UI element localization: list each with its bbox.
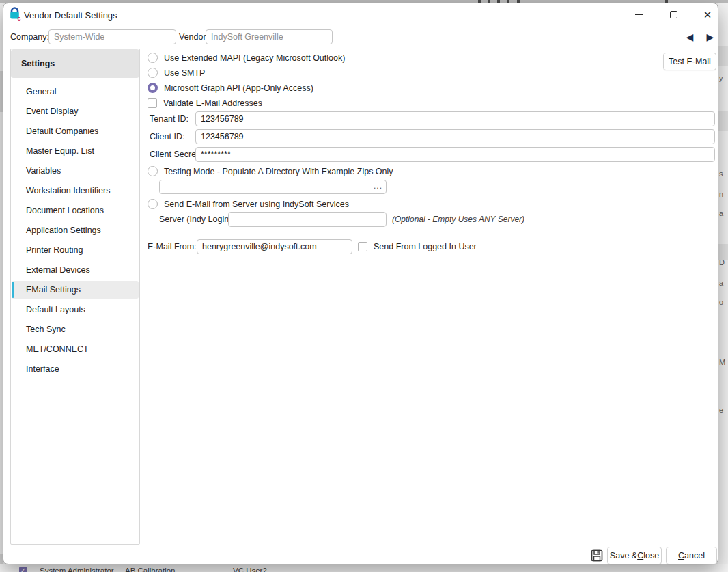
background-right-band — [718, 111, 728, 131]
sidebar-item-event-display[interactable]: Event Display — [12, 103, 139, 120]
background-text-fragment: y — [719, 74, 723, 82]
sidebar-item-label: EMail Settings — [26, 285, 81, 295]
cancel-mnemonic: C — [678, 551, 684, 560]
save-close-mnemonic: C — [637, 551, 643, 560]
server-indy-login-input[interactable] — [228, 212, 387, 227]
background-text-fragment: D — [719, 258, 725, 267]
background-text-fragment: o — [719, 298, 723, 306]
save-and-close-button[interactable]: Save & Close — [607, 547, 662, 564]
minimize-button[interactable] — [629, 5, 649, 24]
option-send-from-server[interactable]: Send E-Mail from Server using IndySoft S… — [148, 198, 349, 210]
sidebar-item-default-companies[interactable]: Default Companies — [12, 122, 139, 140]
close-button[interactable]: ✕ — [697, 5, 718, 24]
previous-record-button[interactable]: ◀ — [684, 31, 696, 43]
radio-checked-icon — [148, 83, 158, 93]
option-validate-email-addresses[interactable]: Validate E-Mail Addresses — [148, 97, 262, 109]
background-cell: AB Calibration — [125, 567, 176, 572]
option-microsoft-graph-api[interactable]: Microsoft Graph API (App-Only Access) — [148, 82, 313, 94]
maximize-button[interactable] — [663, 5, 684, 24]
sidebar-item-tech-sync[interactable]: Tech Sync — [12, 321, 139, 338]
option-smtp[interactable]: Use SMTP — [148, 67, 205, 79]
maximize-icon — [670, 11, 677, 18]
server-indy-login-label: Server (Indy Login): — [159, 212, 234, 227]
next-record-button[interactable]: ▶ — [704, 31, 716, 43]
arrow-left-icon: ◀ — [686, 31, 694, 42]
background-cell: System Administrator — [40, 567, 114, 572]
client-id-input[interactable] — [195, 129, 715, 144]
email-from-label: E-Mail From: — [148, 239, 197, 254]
client-id-label: Client ID: — [150, 129, 184, 144]
minimize-icon — [635, 14, 643, 15]
background-text-fragment: s — [719, 169, 723, 178]
sidebar-item-variables[interactable]: Variables — [12, 162, 139, 180]
save-disk-icon — [591, 549, 603, 562]
sidebar-item-external-devices[interactable]: External Devices — [12, 261, 139, 279]
sidebar-item-met-connect[interactable]: MET/CONNECT — [12, 340, 139, 358]
radio-icon — [148, 53, 158, 63]
background-text-fragment: a — [719, 279, 723, 287]
selected-accent-bar — [12, 282, 14, 298]
browse-ellipsis-button[interactable]: ... — [374, 181, 382, 191]
background-text-fragment: n — [719, 190, 723, 198]
background-checkbox-icon: ✓ — [19, 567, 27, 572]
radio-icon — [148, 199, 158, 209]
company-input[interactable] — [48, 29, 176, 44]
sidebar-item-document-locations[interactable]: Document Locations — [12, 202, 139, 219]
client-secret-label: Client Secret: — [150, 147, 201, 162]
background-text-fragment: M — [719, 358, 725, 366]
sidebar-header: Settings — [11, 49, 139, 78]
app-lock-icon: c — [9, 7, 23, 21]
checkbox-icon — [148, 98, 157, 108]
company-label: Company: — [10, 29, 49, 44]
background-right-strip: y s n a D a o M e — [718, 3, 728, 564]
save-close-text: Save & — [610, 551, 637, 560]
section-divider — [144, 234, 715, 234]
radio-icon — [148, 166, 158, 176]
svg-text:c: c — [18, 15, 21, 21]
sidebar-item-email-settings[interactable]: EMail Settings — [12, 281, 139, 299]
option-extended-mapi[interactable]: Use Extended MAPI (Legacy Microsoft Outl… — [148, 52, 345, 64]
background-cell: VC User2 — [233, 567, 267, 572]
cancel-button[interactable]: Cancel — [666, 547, 717, 564]
email-from-input[interactable] — [197, 239, 352, 254]
background-bottom-row: ✓ System Administrator AB Calibration VC… — [0, 564, 728, 572]
save-close-text: lose — [643, 551, 659, 560]
testing-directory-input[interactable] — [159, 180, 387, 194]
testing-directory-field-wrap: ... — [159, 180, 387, 194]
cancel-text: ancel — [684, 551, 705, 560]
test-email-button[interactable]: Test E-Mail — [663, 53, 716, 70]
vendor-label: Vendor — [179, 29, 206, 44]
tenant-id-label: Tenant ID: — [150, 111, 188, 126]
sidebar-item-application-settings[interactable]: Application Settings — [12, 221, 139, 239]
checkbox-icon — [358, 242, 367, 251]
vendor-default-settings-dialog: c Vendor Default Settings ✕ Company: Ven… — [3, 3, 718, 564]
vendor-input[interactable] — [206, 29, 333, 44]
tenant-id-input[interactable] — [195, 111, 715, 126]
client-secret-input[interactable] — [195, 147, 715, 162]
sidebar-item-general[interactable]: General — [12, 83, 139, 100]
sidebar-item-workstation-identifiers[interactable]: Workstation Identifiers — [12, 182, 139, 200]
sidebar-item-printer-routing[interactable]: Printer Routing — [12, 241, 139, 259]
sidebar-item-interface[interactable]: Interface — [12, 360, 139, 378]
background-text-fragment: a — [719, 209, 723, 217]
background-right-band — [718, 46, 728, 66]
option-send-from-logged-in-user[interactable]: Send From Logged In User — [358, 241, 477, 252]
sidebar-item-default-layouts[interactable]: Default Layouts — [12, 301, 139, 318]
radio-icon — [148, 68, 158, 78]
dialog-title: Vendor Default Settings — [24, 10, 117, 21]
arrow-right-icon: ▶ — [707, 31, 714, 42]
background-text-fragment: e — [719, 406, 723, 414]
server-optional-note: (Optional - Empty Uses ANY Server) — [392, 215, 524, 224]
sidebar-item-master-equip-list[interactable]: Master Equip. List — [12, 142, 139, 160]
option-testing-mode[interactable]: Testing Mode - Populate A Directory With… — [148, 165, 393, 177]
close-icon: ✕ — [703, 10, 712, 20]
